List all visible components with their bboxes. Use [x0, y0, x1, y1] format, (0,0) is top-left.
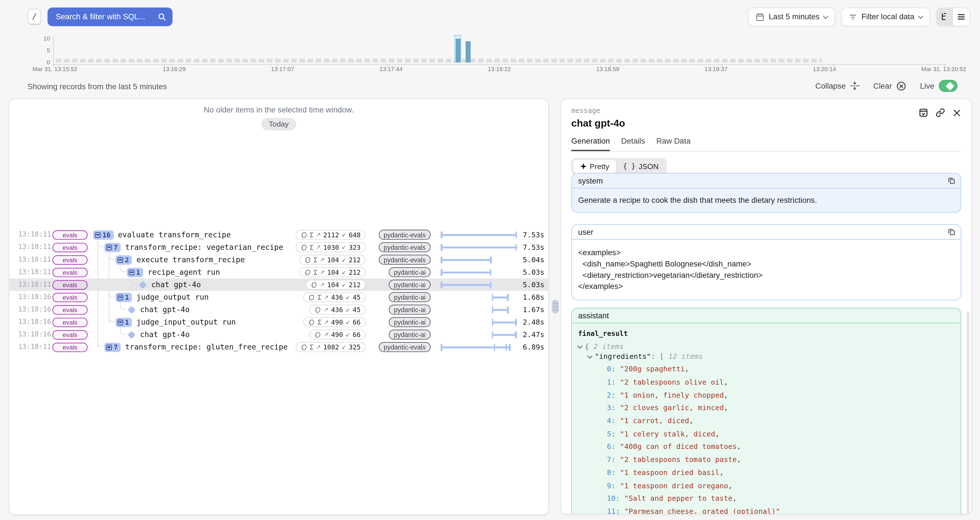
instrumentation-tag[interactable]: pydantic-ai [389, 267, 430, 277]
input-tokens: 104 [327, 268, 339, 276]
records-timeline-chart[interactable]: 10 5 0 Mar 31. 13:15:5213:16:2913:17:071… [0, 34, 980, 65]
token-count-pill[interactable]: Σ ↗ 2112 ↙ 648 [296, 230, 366, 239]
token-count-pill[interactable]: Σ ↗ 490 ↙ 66 [304, 317, 366, 327]
token-count-pill[interactable]: Σ ↗ 1082 ↙ 325 [296, 342, 366, 352]
trace-row[interactable]: 13:18:11 evals 7 transform_recipe: glute… [10, 341, 548, 353]
token-count-pill[interactable]: Σ ↗ 104 ↙ 212 [299, 267, 366, 277]
expand-collapse-chip[interactable]: 1 [116, 293, 132, 302]
waterfall-cell[interactable] [441, 266, 517, 278]
today-pill[interactable]: Today [261, 118, 296, 130]
tab-generation[interactable]: Generation [571, 137, 610, 151]
waterfall-cell[interactable] [441, 303, 517, 316]
service-badge[interactable]: evals [52, 330, 88, 339]
service-badge[interactable]: evals [52, 255, 88, 264]
expand-collapse-chip[interactable]: 7 [104, 243, 121, 252]
waterfall-cell[interactable] [441, 291, 517, 303]
trace-row[interactable]: 13:18:11 evals 2 execute transform_recip… [10, 254, 548, 266]
expand-collapse-chip[interactable]: 1 [116, 317, 132, 327]
token-count-pill[interactable]: Σ ↗ 436 ↙ 45 [304, 292, 366, 302]
copy-icon[interactable] [947, 177, 956, 185]
span-label[interactable]: chat gpt-4o [140, 330, 190, 339]
filter-local-data-dropdown[interactable]: Filter local data [842, 7, 930, 26]
close-icon[interactable] [953, 108, 961, 117]
tab-details[interactable]: Details [621, 137, 645, 151]
span-label[interactable]: recipe_agent run [148, 268, 220, 277]
trace-row[interactable]: 13:18:11 evals 7 transform_recipe: veget… [10, 241, 548, 254]
span-label[interactable]: transform_recipe: gluten_free_recipe [125, 343, 288, 352]
token-count-pill[interactable]: Σ ↗ 436 ↙ 45 [310, 305, 366, 315]
trace-row[interactable]: 13:18:11 evals 1 recipe_agent run [10, 266, 548, 278]
instrumentation-tag[interactable]: pydantic-evals [379, 230, 430, 239]
token-count-pill[interactable]: Σ ↗ 490 ↙ 66 [310, 330, 366, 339]
sigma-icon: Σ [313, 256, 317, 263]
chevron-down-icon[interactable] [587, 353, 592, 358]
waterfall-cell[interactable] [441, 254, 517, 266]
instrumentation-tag[interactable]: pydantic-evals [379, 255, 430, 265]
json-root-line[interactable]: { 2 items [578, 342, 955, 352]
open-in-panel-icon[interactable] [919, 108, 928, 117]
scrollbar-thumb[interactable] [967, 312, 969, 514]
span-label[interactable]: judge_output run [137, 293, 209, 302]
expand-collapse-chip[interactable]: 16 [93, 230, 113, 239]
service-badge[interactable]: evals [52, 317, 88, 327]
time-range-dropdown[interactable]: Last 5 minutes [748, 7, 835, 26]
token-count-pill[interactable]: Σ ↗ 1030 ↙ 323 [296, 242, 366, 252]
final-result-label: final_result [578, 330, 955, 338]
panel-resize-handle[interactable] [552, 300, 558, 313]
trace-row[interactable]: 13:18:16 evals chat gpt-4o [10, 328, 548, 341]
waterfall-cell[interactable] [441, 241, 517, 254]
copy-icon[interactable] [947, 228, 956, 236]
input-tokens-arrow-icon: ↗ [324, 331, 329, 338]
expand-collapse-chip[interactable]: 2 [116, 255, 132, 264]
child-count: 1 [125, 318, 129, 326]
waterfall-cell[interactable] [441, 228, 517, 241]
tree-view-button[interactable] [937, 8, 953, 26]
span-label[interactable]: evaluate transform_recipe [118, 230, 231, 239]
json-mode-button[interactable]: { } JSON [616, 159, 665, 173]
waterfall-cell[interactable] [441, 316, 517, 328]
span-label[interactable]: transform_recipe: vegetarian_recipe [125, 243, 283, 252]
list-view-button[interactable] [953, 8, 969, 26]
token-count-pill[interactable]: Σ ↗ 104 ↙ 212 [299, 255, 366, 265]
instrumentation-tag[interactable]: pydantic-ai [389, 330, 430, 339]
pretty-mode-button[interactable]: Pretty [573, 159, 616, 173]
waterfall-cell[interactable] [441, 328, 517, 341]
copy-link-icon[interactable] [936, 108, 945, 117]
instrumentation-tag[interactable]: pydantic-ai [389, 305, 430, 315]
search-button[interactable]: Search & filter with SQL... [48, 7, 173, 26]
service-badge[interactable]: evals [52, 243, 88, 252]
trace-row[interactable]: 13:18:11 evals 16 evaluate transform_rec… [10, 228, 548, 241]
service-badge[interactable]: evals [52, 267, 88, 277]
trace-row[interactable]: 13:18:16 evals 1 judge_input_output run [10, 316, 548, 328]
service-badge[interactable]: evals [52, 305, 88, 314]
token-count-pill[interactable]: Σ ↗ 104 ↙ 212 [306, 279, 366, 289]
service-badge[interactable]: evals [52, 230, 88, 239]
json-ingredients-line[interactable]: ingredients : [ 12 items [588, 352, 955, 361]
expand-collapse-chip[interactable]: 1 [127, 267, 143, 277]
waterfall-cell[interactable] [441, 278, 517, 291]
span-label[interactable]: judge_input_output run [137, 318, 235, 327]
instrumentation-tag[interactable]: pydantic-ai [389, 292, 430, 302]
waterfall-cell[interactable] [441, 341, 517, 353]
user-role-label: user [578, 227, 593, 236]
trace-row[interactable]: 13:18:11 evals chat gpt-4o [10, 278, 548, 291]
clear-button[interactable]: Clear [873, 81, 907, 90]
span-label[interactable]: chat gpt-4o [151, 281, 201, 289]
live-toggle-switch[interactable] [939, 80, 958, 92]
span-label[interactable]: execute transform_recipe [137, 255, 245, 264]
live-toggle[interactable]: Live [920, 80, 958, 92]
instrumentation-tag[interactable]: pydantic-ai [389, 317, 430, 327]
expand-collapse-chip[interactable]: 7 [104, 342, 121, 352]
chevron-down-icon[interactable] [578, 343, 582, 348]
service-badge[interactable]: evals [52, 280, 88, 289]
instrumentation-tag[interactable]: pydantic-ai [389, 279, 430, 289]
trace-row[interactable]: 13:18:16 evals chat gpt-4o [10, 303, 548, 316]
collapse-button[interactable]: Collapse [815, 81, 859, 90]
service-badge[interactable]: evals [52, 342, 88, 352]
service-badge[interactable]: evals [52, 293, 88, 302]
span-label[interactable]: chat gpt-4o [140, 305, 190, 314]
tab-raw-data[interactable]: Raw Data [656, 137, 690, 151]
instrumentation-tag[interactable]: pydantic-evals [379, 342, 430, 352]
trace-row[interactable]: 13:18:16 evals 1 judge_output run [10, 291, 548, 303]
instrumentation-tag[interactable]: pydantic-evals [379, 242, 430, 252]
